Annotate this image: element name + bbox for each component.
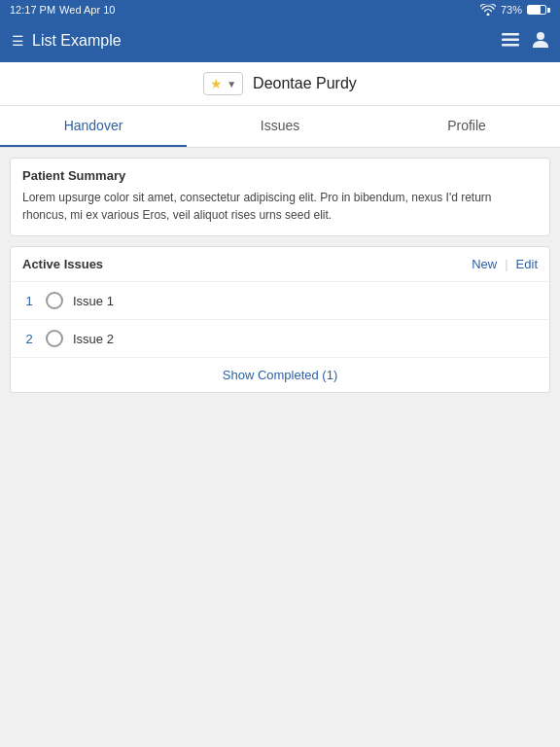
badge-star-icon: ★ [210,76,223,91]
person-icon[interactable] [533,31,548,52]
new-issue-button[interactable]: New [472,257,497,271]
tabs: Handover Issues Profile [0,106,560,148]
show-completed-button[interactable]: Show Completed (1) [11,358,549,392]
battery-icon [527,5,550,15]
menu-icon[interactable]: ☰ [12,33,24,49]
patient-name: Deontae Purdy [253,75,357,92]
status-time: 12:17 PM [10,4,55,16]
main-content: Patient Summary Lorem upsurge color sit … [0,148,560,403]
issue-circle-1[interactable] [46,292,63,309]
edit-issues-button[interactable]: Edit [516,257,538,271]
issue-number-1: 1 [22,294,36,308]
wifi-icon [480,4,496,16]
svg-point-3 [537,32,544,40]
issue-row[interactable]: 1 Issue 1 [11,282,549,320]
tab-issues[interactable]: Issues [187,106,373,147]
status-bar-right: 73% [480,4,550,16]
nav-bar-right [502,31,548,52]
patient-summary-card: Patient Summary Lorem upsurge color sit … [10,158,550,236]
active-issues-title: Active Issues [22,257,103,271]
list-view-icon[interactable] [502,33,519,50]
issue-label-1: Issue 1 [73,294,114,308]
tab-handover[interactable]: Handover [0,106,187,147]
tab-profile[interactable]: Profile [373,106,560,147]
nav-bar-title: List Example [32,32,122,50]
nav-bar: ☰ List Example [0,19,560,62]
svg-rect-2 [502,44,519,47]
svg-rect-1 [502,38,519,41]
badge-chevron-icon: ▼ [227,79,236,89]
issue-row[interactable]: 2 Issue 2 [11,320,549,358]
patient-header: ★ ▼ Deontae Purdy [0,62,560,106]
issue-label-2: Issue 2 [73,332,114,346]
issues-header: Active Issues New | Edit [11,247,549,282]
patient-summary-body: Lorem upsurge color sit amet, consectetu… [11,189,549,235]
battery-percent: 73% [501,4,522,16]
svg-rect-0 [502,33,519,36]
active-issues-section: Active Issues New | Edit 1 Issue 1 2 Iss… [10,246,550,393]
issue-circle-2[interactable] [46,330,63,347]
issues-action-divider: | [505,257,508,271]
status-date: Wed Apr 10 [59,4,115,16]
issue-number-2: 2 [22,332,36,346]
status-bar: 12:17 PM Wed Apr 10 73% [0,0,560,19]
patient-badge[interactable]: ★ ▼ [203,72,243,95]
patient-summary-title: Patient Summary [11,159,549,189]
issues-header-actions: New | Edit [472,257,538,271]
status-bar-left: 12:17 PM Wed Apr 10 [10,4,115,16]
nav-bar-left: ☰ List Example [12,32,122,50]
